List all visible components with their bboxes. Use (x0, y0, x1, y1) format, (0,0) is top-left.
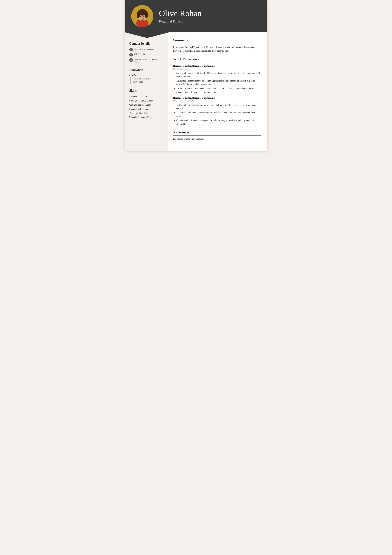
job-0-bullet-2: Fostered productive relationships with c… (177, 87, 261, 94)
main-content: Summary Experienced Regional Director wi… (168, 32, 267, 151)
edu-details: Harvard Business School 2017 - 2021 (130, 77, 164, 84)
email-icon: ✉ (129, 48, 133, 51)
skill-item: Leadership - Expert (129, 95, 164, 99)
email-item: ✉ oliverohan@gmail.com (129, 48, 164, 51)
jobs-list: Regional Director, Regional Director, In… (173, 65, 261, 126)
job-dates-1: May 2021 - February 2023 (173, 100, 261, 102)
svg-point-9 (143, 16, 144, 17)
skill-item: Strategic Planning - Expert (129, 99, 164, 103)
skill-item: Communication - Expert (129, 103, 164, 107)
email-value[interactable]: oliverohan@gmail.com (134, 48, 155, 50)
phone-item: ☎ (671) 722 8814 (129, 53, 164, 57)
sidebar: Contact Details ✉ oliverohan@gmail.com ☎… (125, 32, 168, 151)
skills-list: Leadership - ExpertStrategic Planning - … (129, 95, 164, 119)
chevron-shape (125, 32, 169, 38)
job-0-bullet-1: Developed a comprehensive sales training… (177, 79, 261, 86)
job-0-bullet-0: Successfully managed a team of 10 Region… (177, 71, 261, 79)
resume-page: Olive Rohan Regional Director Contact De… (125, 0, 267, 151)
avatar (131, 5, 153, 27)
location-item: ◉ New Arlenestad, 15166-2877, Texas (129, 58, 164, 63)
skill-item: Financial Acumen - Expert (129, 115, 164, 119)
skills-section: Skills Leadership - ExpertStrategic Plan… (129, 89, 164, 119)
job-1-bullet-2: Collaborated with senior management to d… (177, 119, 261, 126)
references-text: References available upon request (173, 138, 261, 140)
skill-item: Management - Expert (129, 107, 164, 111)
job-title-1: Regional Director, Regional Director, In… (173, 96, 261, 99)
work-experience-title: Work Experience (173, 57, 261, 62)
job-1-bullet-1: Developed and implemented strategies to … (177, 111, 261, 118)
work-experience-section: Work Experience Regional Director, Regio… (173, 57, 261, 126)
header-title: Regional Director (159, 19, 202, 23)
job-0: Regional Director, Regional Director, In… (173, 65, 261, 94)
education-section-title: Education (129, 68, 164, 72)
contact-section-title: Contact Details (129, 42, 164, 45)
phone-icon: ☎ (129, 53, 133, 57)
body: Contact Details ✉ oliverohan@gmail.com ☎… (125, 32, 267, 151)
job-title-0: Regional Director, Regional Director, In… (173, 65, 261, 67)
job-1: Regional Director, Regional Director, In… (173, 96, 261, 126)
svg-point-8 (140, 16, 141, 17)
job-bullets-1: Led complex projects to optimize operati… (173, 103, 261, 126)
address-value: New Arlenestad, 15166-2877, Texas (134, 58, 164, 63)
skills-section-title: Skills (129, 89, 164, 92)
edu-school: Harvard Business School (133, 77, 164, 80)
summary-section: Summary Experienced Regional Director wi… (173, 38, 261, 53)
edu-degree: MBA (129, 74, 164, 77)
edu-years: 2017 - 2021 (133, 80, 164, 84)
edu-item-0: MBA Harvard Business School 2017 - 2021 (129, 74, 164, 84)
svg-point-7 (138, 9, 146, 14)
job-bullets-0: Successfully managed a team of 10 Region… (173, 71, 261, 94)
job-1-bullet-0: Led complex projects to optimize operati… (177, 103, 261, 110)
phone-value: (671) 722 8814 (134, 53, 148, 55)
references-section: References References available upon req… (173, 130, 261, 140)
references-title: References (173, 130, 261, 136)
header: Olive Rohan Regional Director (125, 0, 267, 32)
svg-point-10 (142, 17, 143, 18)
skill-item: Team Building - Expert (129, 111, 164, 115)
summary-title: Summary (173, 38, 261, 43)
summary-text: Experienced Regional Director with 10+ y… (173, 45, 261, 53)
job-dates-0: March 2023 - Present (173, 68, 261, 70)
contact-section: Contact Details ✉ oliverohan@gmail.com ☎… (129, 42, 164, 63)
location-icon: ◉ (129, 58, 133, 62)
header-text: Olive Rohan Regional Director (159, 9, 202, 23)
header-name: Olive Rohan (159, 9, 202, 18)
education-section: Education MBA Harvard Business School 20… (129, 68, 164, 84)
